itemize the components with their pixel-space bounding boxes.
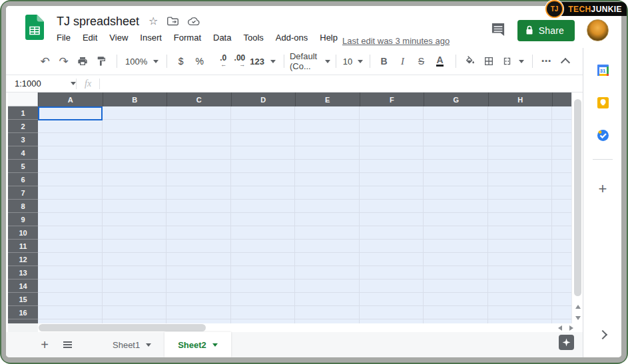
cell-d12[interactable] <box>231 253 296 266</box>
collapse-panel-icon[interactable] <box>598 330 607 339</box>
cell-g14[interactable] <box>424 279 488 293</box>
cell-h13[interactable] <box>488 266 553 279</box>
cell-a2[interactable] <box>38 120 103 133</box>
increase-decimal-icon[interactable]: .00→ <box>228 53 245 70</box>
horizontal-scrollbar-thumb[interactable] <box>39 324 206 331</box>
cell-partial[interactable] <box>552 226 571 240</box>
column-header-f[interactable]: F <box>360 92 424 106</box>
cell-g10[interactable] <box>424 226 488 240</box>
vertical-scrollbar-thumb[interactable] <box>574 99 581 296</box>
cell-e15[interactable] <box>295 293 360 306</box>
cell-d6[interactable] <box>231 173 296 186</box>
cell-a12[interactable] <box>38 253 103 266</box>
cell-e10[interactable] <box>295 226 360 240</box>
cell-g6[interactable] <box>424 173 488 186</box>
cell-e14[interactable] <box>295 279 360 293</box>
cell-h9[interactable] <box>488 213 553 226</box>
sheet-tab-sheet2[interactable]: Sheet2 <box>164 332 231 357</box>
cell-h15[interactable] <box>488 293 553 306</box>
number-format-control[interactable]: 123 <box>247 57 278 67</box>
row-header-6[interactable]: 6 <box>8 173 38 186</box>
paint-format-icon[interactable] <box>93 53 109 70</box>
menu-edit[interactable]: Edit <box>77 31 103 45</box>
cell-g1[interactable] <box>424 106 488 120</box>
cell-h1[interactable] <box>488 106 553 120</box>
scroll-left-button[interactable] <box>555 323 565 332</box>
scroll-right-button[interactable] <box>566 323 577 332</box>
cell-g3[interactable] <box>424 133 488 146</box>
cell-a9[interactable] <box>38 213 103 226</box>
cell-partial[interactable] <box>552 293 571 306</box>
cell-partial[interactable] <box>552 253 571 266</box>
cell-h3[interactable] <box>488 133 553 146</box>
cell-f16[interactable] <box>360 306 424 319</box>
cell-c6[interactable] <box>166 173 231 186</box>
menu-insert[interactable]: Insert <box>134 31 168 45</box>
cell-a14[interactable] <box>38 279 103 293</box>
cell-e3[interactable] <box>295 133 360 146</box>
font-size-control[interactable]: 10 <box>342 57 364 67</box>
cell-e8[interactable] <box>295 200 360 213</box>
cell-h4[interactable] <box>488 146 553 160</box>
decrease-decimal-icon[interactable]: .0← <box>210 53 226 70</box>
cell-b9[interactable] <box>103 213 167 226</box>
cell-h14[interactable] <box>488 279 553 293</box>
cell-b1[interactable] <box>103 106 167 120</box>
row-header-7[interactable]: 7 <box>8 186 38 200</box>
cell-h8[interactable] <box>488 200 553 213</box>
cell-partial[interactable] <box>552 266 571 279</box>
cell-g15[interactable] <box>424 293 488 306</box>
cell-a15[interactable] <box>38 293 103 306</box>
format-percent-icon[interactable]: % <box>191 53 208 70</box>
move-to-folder-icon[interactable] <box>167 17 178 27</box>
explore-button[interactable] <box>559 335 574 350</box>
cell-g2[interactable] <box>424 120 488 133</box>
strikethrough-icon[interactable]: S <box>413 53 430 70</box>
cell-d11[interactable] <box>231 240 296 253</box>
cell-g9[interactable] <box>424 213 488 226</box>
cell-e2[interactable] <box>295 120 360 133</box>
redo-icon[interactable]: ↷ <box>55 53 72 70</box>
cell-c11[interactable] <box>166 240 231 253</box>
fill-color-icon[interactable] <box>462 53 478 70</box>
cell-partial[interactable] <box>552 173 571 186</box>
menu-help[interactable]: Help <box>314 31 344 45</box>
cell-b11[interactable] <box>103 240 167 253</box>
menu-format[interactable]: Format <box>168 31 207 45</box>
cell-a3[interactable] <box>38 133 103 146</box>
comments-icon[interactable] <box>491 23 505 39</box>
cell-c12[interactable] <box>166 253 231 266</box>
cell-f15[interactable] <box>360 293 424 306</box>
cell-e4[interactable] <box>295 146 360 160</box>
cell-h6[interactable] <box>488 173 553 186</box>
cell-partial[interactable] <box>552 200 571 213</box>
row-header-8[interactable]: 8 <box>8 200 38 213</box>
cell-a10[interactable] <box>38 226 103 240</box>
star-icon[interactable]: ☆ <box>149 16 158 27</box>
cell-d7[interactable] <box>231 186 296 200</box>
cell-h11[interactable] <box>488 240 553 253</box>
cell-partial[interactable] <box>552 106 571 120</box>
row-header-11[interactable]: 11 <box>8 240 38 253</box>
format-currency-icon[interactable]: $ <box>172 53 189 70</box>
cell-a4[interactable] <box>38 146 103 160</box>
get-addons-icon[interactable]: + <box>583 180 621 198</box>
cell-b16[interactable] <box>103 306 167 319</box>
row-header-10[interactable]: 10 <box>8 226 38 240</box>
cell-f8[interactable] <box>360 200 424 213</box>
column-header-e[interactable]: E <box>295 92 360 106</box>
cell-a11[interactable] <box>38 240 103 253</box>
cell-c5[interactable] <box>166 160 231 173</box>
cell-c14[interactable] <box>166 279 231 293</box>
cell-partial[interactable] <box>552 279 571 293</box>
cell-e12[interactable] <box>295 253 360 266</box>
scroll-down-button[interactable] <box>572 313 583 323</box>
collapse-toolbar-icon[interactable] <box>557 53 573 70</box>
cell-f12[interactable] <box>360 253 424 266</box>
cell-e7[interactable] <box>295 186 360 200</box>
cell-f2[interactable] <box>360 120 424 133</box>
cell-d5[interactable] <box>231 160 296 173</box>
cell-g13[interactable] <box>424 266 488 279</box>
cell-b15[interactable] <box>103 293 167 306</box>
cloud-saved-icon[interactable] <box>188 17 200 26</box>
